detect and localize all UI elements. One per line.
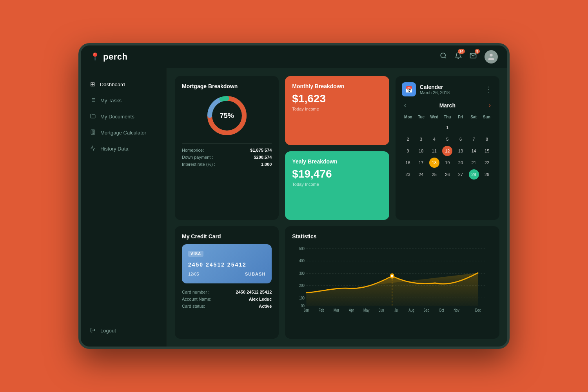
- calendar-days: 1234567891011121314151617181920212223242…: [402, 122, 493, 180]
- user-avatar[interactable]: [485, 50, 498, 64]
- svg-text:200: 200: [299, 283, 305, 288]
- logout-icon: [90, 327, 96, 334]
- calendar-day-16[interactable]: 16: [403, 158, 413, 168]
- svg-point-0: [441, 53, 445, 58]
- calendar-day-2[interactable]: 2: [403, 134, 413, 144]
- calendar-day-27[interactable]: 27: [456, 169, 466, 180]
- calendar-day-3[interactable]: 3: [416, 134, 426, 144]
- content-area: Mortgage Breakdown: [167, 68, 507, 347]
- calendar-day-25[interactable]: 25: [429, 169, 439, 180]
- header: 📍 perch 24 5: [81, 45, 507, 68]
- sidebar-item-history-label: History Data: [100, 146, 129, 152]
- sidebar-item-dashboard[interactable]: ⊞ Dashboard: [81, 76, 167, 93]
- sidebar-item-history-data[interactable]: History Data: [81, 141, 167, 157]
- calendar-day-29[interactable]: 29: [482, 169, 492, 180]
- calendar-prev-button[interactable]: ‹: [402, 101, 408, 110]
- logo-icon: 📍: [90, 52, 100, 62]
- logo-area: 📍 perch: [90, 52, 184, 62]
- calendar-day-6[interactable]: 6: [456, 134, 466, 144]
- mail-button[interactable]: 5: [470, 52, 477, 61]
- cal-header-sat: Sat: [467, 114, 480, 120]
- calendar-day-23[interactable]: 23: [403, 169, 413, 180]
- logo-text: perch: [103, 52, 127, 62]
- svg-text:500: 500: [299, 247, 305, 251]
- svg-text:Feb: Feb: [319, 308, 324, 312]
- sidebar-item-mortgage-label: Mortgage Calculator: [100, 130, 146, 136]
- sidebar-item-my-tasks[interactable]: My Tasks: [81, 93, 167, 109]
- calendar-day-19[interactable]: 19: [442, 158, 452, 168]
- svg-text:100: 100: [299, 296, 305, 300]
- statistics-section: Statistics 500 400 300 200: [285, 226, 499, 339]
- calendar-day-10[interactable]: 10: [416, 146, 426, 156]
- calendar-day-24[interactable]: 24: [416, 169, 426, 180]
- account-name-label: Account Name:: [182, 297, 211, 301]
- tasks-icon: [90, 97, 96, 104]
- cal-header-sun: Sun: [480, 114, 493, 120]
- logout-button[interactable]: Logout: [81, 323, 167, 339]
- calendar-day-21[interactable]: 21: [469, 158, 479, 168]
- visa-card: VISA 2450 24512 25412 12/05 SUBASH: [182, 244, 272, 283]
- home-price-label: Homeprice:: [182, 148, 204, 152]
- header-right: 24 5: [440, 50, 498, 64]
- account-name-row: Account Name: Alex Leduc: [182, 297, 272, 301]
- interest-rate-value: 1.000: [261, 162, 272, 167]
- chart-svg: 500 400 300 200 100 00: [292, 244, 492, 315]
- monthly-card-title: Monthly Breakdown: [292, 83, 382, 89]
- calendar-day-empty: [482, 122, 492, 132]
- account-name-value: Alex Leduc: [249, 297, 272, 301]
- svg-text:Apr: Apr: [349, 308, 354, 312]
- calendar-next-button[interactable]: ›: [486, 101, 493, 110]
- calendar-day-9[interactable]: 9: [403, 146, 413, 156]
- calendar-month-nav: ‹ March ›: [402, 101, 493, 110]
- search-button[interactable]: [440, 52, 447, 61]
- monthly-amount: $1,623: [292, 93, 382, 105]
- calendar-month-name: March: [439, 102, 456, 109]
- calendar-day-13[interactable]: 13: [456, 146, 466, 156]
- svg-text:Mar: Mar: [334, 308, 339, 312]
- svg-text:400: 400: [299, 259, 305, 263]
- cal-header-tue: Tue: [415, 114, 428, 120]
- sidebar-item-mortgage-calculator[interactable]: Mortgage Calculator: [81, 125, 167, 141]
- notifications-button[interactable]: 24: [455, 52, 462, 61]
- cal-header-thu: Thu: [441, 114, 454, 120]
- yearly-card-title: Yealy Breakdown: [292, 158, 382, 165]
- calendar-date: March 26, 2018: [420, 90, 450, 95]
- calendar-day-14[interactable]: 14: [469, 146, 479, 156]
- svg-text:Jul: Jul: [394, 308, 398, 312]
- mail-badge: 5: [475, 49, 480, 54]
- calendar-card: 📅 Calender March 26, 2018 ⋮ ‹ March › Mo…: [396, 76, 499, 220]
- calendar-day-22[interactable]: 22: [482, 158, 492, 168]
- calendar-day-26[interactable]: 26: [442, 169, 452, 180]
- donut-chart-container: 75%: [182, 94, 272, 137]
- calendar-day-empty: [429, 122, 439, 132]
- card-number-full: 2450 24512 25412: [236, 290, 272, 294]
- calendar-day-20[interactable]: 20: [456, 158, 466, 168]
- calendar-day-17[interactable]: 17: [416, 158, 426, 168]
- interest-rate-label: Interest rate (%) :: [182, 162, 215, 167]
- calendar-day-empty: [469, 122, 479, 132]
- svg-text:Sep: Sep: [424, 308, 430, 312]
- svg-text:300: 300: [299, 271, 305, 276]
- interest-rate-row: Interest rate (%) : 1.000: [182, 162, 272, 167]
- calendar-day-4[interactable]: 4: [429, 134, 439, 144]
- yearly-subtitle: Today Income: [292, 182, 382, 187]
- calendar-day-28[interactable]: 28: [469, 169, 479, 180]
- sidebar-item-my-documents[interactable]: My Documents: [81, 109, 167, 125]
- calendar-more-button[interactable]: ⋮: [485, 85, 493, 94]
- calendar-day-1[interactable]: 1: [442, 122, 452, 132]
- svg-text:Aug: Aug: [409, 308, 415, 312]
- calendar-day-18[interactable]: 18: [429, 158, 439, 168]
- calendar-day-12[interactable]: 12: [442, 146, 452, 156]
- calendar-day-8[interactable]: 8: [482, 134, 492, 144]
- calendar-day-7[interactable]: 7: [469, 134, 479, 144]
- calendar-day-15[interactable]: 15: [482, 146, 492, 156]
- mortgage-breakdown-card: Mortgage Breakdown: [175, 76, 279, 220]
- calendar-day-11[interactable]: 11: [429, 146, 439, 156]
- donut-percentage: 75%: [220, 112, 234, 120]
- calendar-day-5[interactable]: 5: [442, 134, 452, 144]
- calendar-day-headers: Mon Tue Wed Thu Fri Sat Sun: [402, 114, 493, 120]
- home-price-row: Homeprice: $1,875 574: [182, 148, 272, 152]
- calendar-header: 📅 Calender March 26, 2018 ⋮: [402, 82, 493, 96]
- yearly-breakdown-card: Yealy Breakdown $19,476 Today Income: [285, 151, 389, 220]
- svg-text:00: 00: [301, 304, 305, 308]
